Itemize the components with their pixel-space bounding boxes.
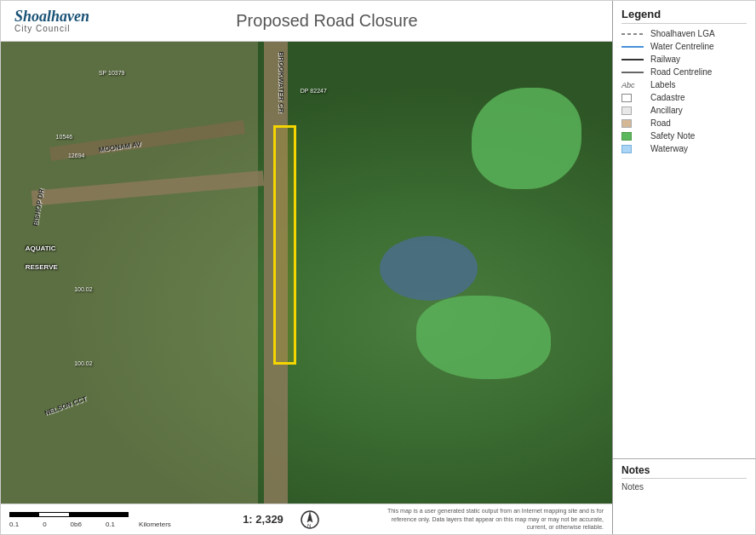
- golf-green-1: [472, 88, 581, 189]
- area-label-aquatic: AQUATIC: [26, 244, 56, 252]
- legend-title: Legend: [621, 8, 747, 24]
- legend-symbol-road: [621, 119, 645, 128]
- legend-item-safety-note: Safety Note: [621, 131, 747, 141]
- legend-symbol-waterway: [621, 145, 645, 153]
- legend-label-waterway: Waterway: [650, 144, 688, 153]
- scale-label-01-neg: 0.1: [9, 521, 19, 528]
- legend-symbol-cadastre: [621, 94, 645, 102]
- legend-item-water-centreline: Water Centreline: [621, 42, 747, 51]
- legend-item-waterway: Waterway: [621, 144, 747, 153]
- legend-symbol-road-centreline: [621, 72, 645, 73]
- green-box-icon: [621, 132, 632, 141]
- legend-item-cadastre: Cadastre: [621, 93, 747, 102]
- light-box-icon: [621, 106, 632, 115]
- road-closure-highlight: [273, 125, 296, 365]
- legend-label-safety-note: Safety Note: [650, 131, 695, 141]
- legend-item-railway: Railway: [621, 55, 747, 64]
- scale-ruler: [9, 510, 129, 519]
- area-label-reserve: RESERVE: [26, 263, 58, 271]
- legend-symbol-shoalhaven-lga: [621, 33, 645, 35]
- map-ratio: 1: 2,329: [243, 513, 284, 526]
- legend-item-road: Road: [621, 118, 747, 128]
- legend-item-labels: Abc Labels: [621, 80, 747, 89]
- notes-content: Notes: [621, 482, 747, 492]
- north-arrow: N: [301, 510, 319, 529]
- scale-label-0: 0: [43, 521, 46, 528]
- urban-area-overlay: [1, 42, 258, 503]
- scale-label-01-pos: 0.1: [106, 521, 115, 528]
- parcel-label-10002-1: 100.02: [74, 286, 92, 292]
- parcel-label-dp82247: DP 82247: [301, 88, 327, 94]
- disclaimer-text: This map is a user generated static outp…: [382, 507, 604, 532]
- legend-item-ancillary: Ancillary: [621, 106, 747, 115]
- legend-label-labels: Labels: [650, 80, 675, 89]
- parcel-label-10546: 10546: [56, 134, 72, 140]
- legend-symbol-railway: [621, 59, 645, 60]
- map-header: Shoalhaven City Council Proposed Road Cl…: [1, 1, 612, 42]
- scale-bar: 0.1 0 0b6 0.1 Kilometers: [9, 510, 180, 528]
- peach-box-icon: [621, 119, 632, 128]
- legend-label-water-centreline: Water Centreline: [650, 42, 714, 51]
- water-box-icon: [621, 145, 632, 153]
- scale-label-km: Kilometers: [139, 521, 171, 528]
- legend-item-shoalhaven-lga: Shoalhaven LGA: [621, 29, 747, 38]
- dark-line-icon: [621, 72, 644, 73]
- logo-area: Shoalhaven City Council: [14, 9, 89, 33]
- scale-black-2: [69, 512, 129, 517]
- scale-black-1: [9, 512, 39, 517]
- legend-symbol-safety-note: [621, 132, 645, 141]
- legend-symbol-ancillary: [621, 106, 645, 115]
- legend-label-shoalhaven-lga: Shoalhaven LGA: [650, 29, 715, 38]
- dashed-line-icon: [621, 33, 644, 35]
- legend-label-railway: Railway: [650, 55, 680, 64]
- page-container: Shoalhaven City Council Proposed Road Cl…: [0, 0, 756, 535]
- parcel-label-10002-2: 100.02: [74, 360, 92, 366]
- legend-label-cadastre: Cadastre: [650, 93, 685, 102]
- map-viewport: MOONAM AV BROOKWATER CR BISHOP DR NELSON…: [1, 42, 612, 503]
- parcel-label-12694: 12694: [68, 152, 84, 158]
- notes-section: Notes Notes: [613, 459, 755, 534]
- logo-sub: City Council: [14, 24, 70, 33]
- legend-label-ancillary: Ancillary: [650, 106, 683, 115]
- legend-symbol-labels: Abc: [621, 81, 645, 89]
- right-panel: Legend Shoalhaven LGA Water Centreline: [612, 1, 755, 534]
- road-label-brookwater: BROOKWATER CR: [278, 52, 286, 113]
- legend-label-road: Road: [650, 118, 671, 128]
- legend-section: Legend Shoalhaven LGA Water Centreline: [613, 1, 755, 459]
- map-footer: 0.1 0 0b6 0.1 Kilometers 1: 2,329 N This…: [1, 503, 612, 534]
- scale-labels: 0.1 0 0b6 0.1 Kilometers: [9, 521, 171, 528]
- blue-line-icon: [621, 46, 644, 48]
- legend-label-road-centreline: Road Centreline: [650, 67, 712, 77]
- text-symbol-icon: Abc: [621, 81, 635, 89]
- parcel-label-sp10379: SP 10379: [99, 70, 125, 76]
- legend-symbol-water-centreline: [621, 46, 645, 48]
- map-area: Shoalhaven City Council Proposed Road Cl…: [1, 1, 612, 534]
- scale-label-0b6: 0b6: [71, 521, 82, 528]
- legend-item-road-centreline: Road Centreline: [621, 67, 747, 77]
- map-title: Proposed Road Closure: [106, 11, 598, 31]
- svg-text:N: N: [307, 523, 311, 528]
- logo-main: Shoalhaven: [14, 9, 89, 24]
- golf-green-2: [416, 296, 551, 379]
- pond: [380, 236, 478, 301]
- scale-white: [39, 512, 69, 517]
- outline-box-icon: [621, 94, 632, 102]
- black-line-icon: [621, 59, 644, 60]
- notes-title: Notes: [621, 464, 747, 479]
